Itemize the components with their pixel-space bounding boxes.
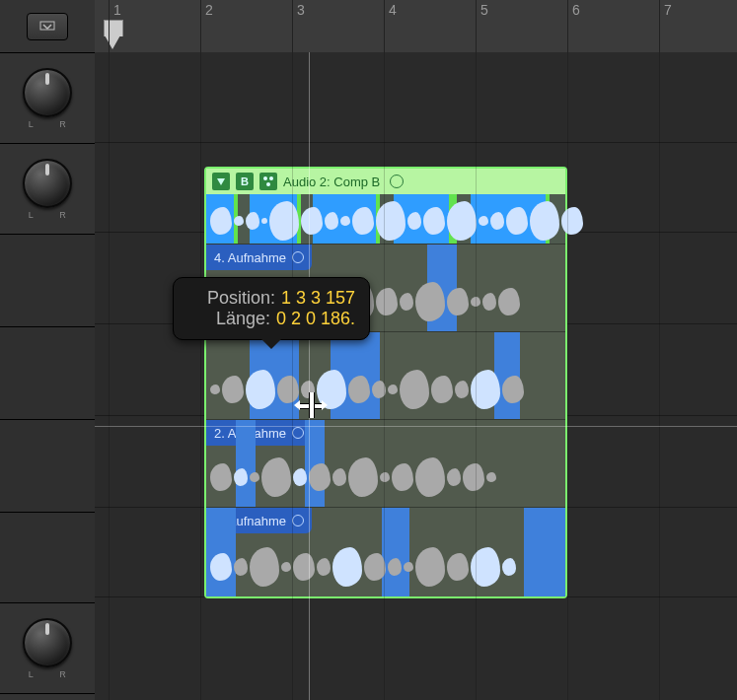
track-header-6[interactable] (0, 513, 95, 603)
gridline (659, 52, 660, 700)
ruler-bar-number: 1 (113, 2, 121, 18)
ruler-bar-number: 4 (389, 2, 397, 18)
ruler-bar: 4 (384, 0, 385, 52)
timeline-ruler[interactable]: 1234567 (95, 0, 737, 53)
gridline (200, 52, 201, 700)
arrange-area[interactable]: B Audio 2: Comp B (95, 52, 737, 700)
gridline (567, 52, 568, 700)
track-header-5[interactable] (0, 420, 95, 513)
svg-point-2 (269, 176, 273, 180)
gridline (476, 52, 477, 700)
gridline (109, 52, 110, 700)
ruler-bar-number: 7 (664, 2, 672, 18)
ruler-bar-number: 2 (205, 2, 213, 18)
waveform (206, 541, 565, 593)
track-header-sidebar: LR LR LR (0, 0, 96, 700)
take-label: 2. Aufnahme (206, 420, 312, 446)
take-label: 4. Aufnahme (206, 245, 312, 270)
waveform (206, 200, 565, 242)
ruler-bar: 6 (567, 0, 568, 52)
tooltip-position-value: 1 3 3 157 (281, 288, 355, 309)
track-header-4[interactable] (0, 327, 95, 420)
tooltip-length-label: Länge: (187, 309, 270, 329)
ruler-bar-number: 3 (297, 2, 305, 18)
scrub-vertical-guide (309, 52, 310, 700)
waveform (206, 452, 565, 503)
pan-lr-label: LR (29, 210, 67, 220)
ruler-bar-number: 5 (480, 2, 488, 18)
position-tooltip: Position:1 3 3 157 Länge:0 2 0 186. (173, 277, 370, 340)
track-menu-button[interactable] (27, 13, 68, 40)
ruler-bar: 3 (292, 0, 293, 52)
take-lane-1[interactable]: 1. Aufnahme (206, 507, 565, 596)
playhead-marker[interactable] (104, 34, 121, 49)
gridline (384, 52, 385, 700)
scrub-horizontal-guide (95, 426, 737, 427)
disclosure-triangle-icon[interactable] (212, 173, 230, 190)
audio-region-comp[interactable]: B Audio 2: Comp B (204, 167, 567, 598)
ruler-bar: 1 (109, 0, 110, 52)
track-header-3[interactable] (0, 235, 95, 327)
tooltip-position-label: Position: (192, 288, 275, 309)
track-header-2[interactable]: LR (0, 144, 95, 235)
ruler-bar: 5 (476, 0, 477, 52)
take-lane-2[interactable]: 2. Aufnahme (206, 419, 565, 507)
svg-point-3 (266, 182, 270, 186)
svg-point-1 (263, 176, 267, 180)
ruler-bar: 7 (659, 0, 660, 52)
loop-indicator-icon (390, 175, 404, 188)
pan-lr-label: LR (29, 119, 67, 129)
pan-knob[interactable] (23, 68, 72, 117)
pan-knob[interactable] (23, 159, 72, 208)
region-title: Audio 2: Comp B (283, 175, 380, 189)
track-header-7[interactable]: LR (0, 603, 95, 694)
pan-lr-label: LR (29, 669, 67, 679)
track-header-1[interactable]: LR (0, 53, 95, 144)
tooltip-length-value: 0 2 0 186. (276, 309, 355, 329)
comp-lane[interactable] (206, 194, 565, 244)
take-lane-3[interactable] (206, 331, 565, 419)
pan-knob[interactable] (23, 618, 72, 667)
sidebar-menu-cell (0, 0, 95, 53)
gridline (292, 52, 293, 700)
quick-swipe-icon[interactable] (259, 173, 277, 190)
region-header[interactable]: B Audio 2: Comp B (206, 169, 565, 194)
comp-letter-icon[interactable]: B (236, 173, 254, 190)
waveform (206, 364, 565, 415)
ruler-bar: 2 (200, 0, 201, 52)
ruler-bar-number: 6 (572, 2, 580, 18)
